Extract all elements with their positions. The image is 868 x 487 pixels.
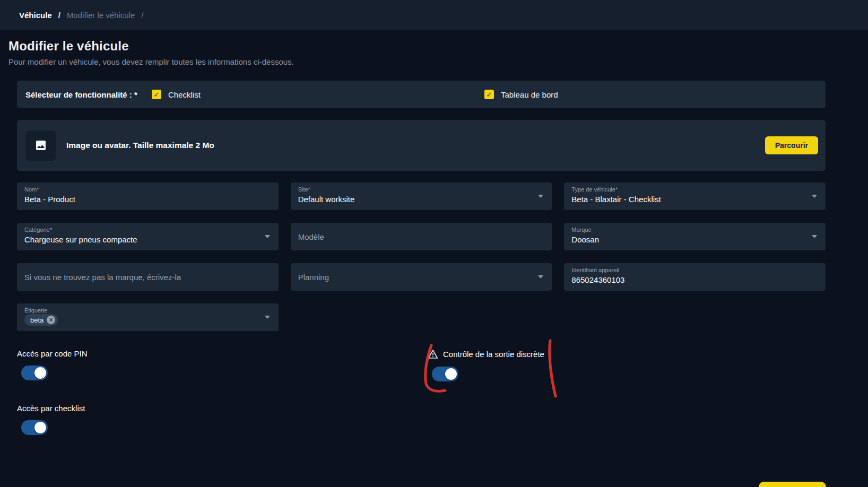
tag-chip-label: beta: [30, 316, 44, 324]
tag-select[interactable]: Étiquette beta ✕: [17, 303, 279, 331]
discrete-output-text: Contrôle de la sortie discrète: [443, 350, 544, 359]
breadcrumb-vehicule[interactable]: Véhicule: [19, 11, 52, 20]
chevron-down-icon: [538, 195, 543, 198]
category-select[interactable]: Catégorie* Chargeuse sur pneus compacte: [17, 223, 279, 250]
checklist-access-toggle[interactable]: [21, 420, 48, 435]
site-select[interactable]: Site* Default worksite: [291, 182, 552, 210]
model-field[interactable]: Modèle: [291, 223, 552, 250]
field-label: Site*: [298, 186, 534, 193]
field-label: Nom*: [24, 186, 261, 193]
field-value: Beta - Blaxtair - Checklist: [571, 195, 808, 204]
custom-brand-field[interactable]: Si vous ne trouvez pas la marque, écrive…: [17, 263, 279, 291]
bottom-action-button[interactable]: [759, 482, 826, 487]
feature-option-checklist[interactable]: ✓ Checklist: [152, 90, 484, 99]
chevron-down-icon: [812, 235, 817, 238]
field-placeholder: Modèle: [298, 232, 324, 241]
field-value: Beta - Product: [24, 195, 261, 204]
remove-tag-icon[interactable]: ✕: [47, 316, 55, 324]
page-header: Modifier le véhicule Pour modifier un vé…: [0, 30, 868, 66]
browse-button[interactable]: Parcourir: [765, 136, 818, 154]
vehicle-type-select[interactable]: Type de véhicule* Beta - Blaxtair - Chec…: [564, 182, 826, 210]
breadcrumb-separator: /: [141, 11, 143, 20]
toggle-knob: [34, 367, 46, 379]
discrete-output-label: Contrôle de la sortie discrète: [428, 349, 544, 359]
checklist-access-group: Accès par checklist: [17, 404, 826, 435]
feature-option-tableau-de-bord[interactable]: ✓ Tableau de bord: [484, 90, 817, 99]
toggles-section: Accès par code PIN Contrôle de la sortie…: [17, 349, 826, 460]
field-value: 865024360103: [571, 275, 808, 284]
page-subtitle: Pour modifier un véhicule, vous devez re…: [8, 57, 860, 66]
feature-option-label: Tableau de bord: [501, 90, 558, 99]
checklist-access-label: Accès par checklist: [17, 404, 826, 413]
pin-access-toggle[interactable]: [21, 366, 48, 380]
field-placeholder: Si vous ne trouvez pas la marque, écrive…: [24, 273, 181, 282]
toggle-knob: [445, 368, 457, 380]
field-value: Chargeuse sur pneus compacte: [24, 235, 261, 244]
field-label: Catégorie*: [24, 227, 261, 233]
warning-icon: [428, 349, 438, 359]
field-label: Étiquette: [24, 307, 261, 314]
feature-selector-label: Sélecteur de fonctionnalité : *: [25, 90, 152, 99]
discrete-output-toggle[interactable]: [432, 367, 458, 381]
checkbox-checked-icon[interactable]: ✓: [484, 90, 494, 99]
image-icon: [34, 139, 47, 152]
field-placeholder: Planning: [298, 273, 329, 282]
breadcrumb-separator: /: [58, 11, 60, 20]
page-title: Modifier le véhicule: [8, 39, 860, 54]
device-id-field[interactable]: Identifiant appareil 865024360103: [564, 263, 826, 291]
image-placeholder: [25, 131, 56, 161]
checkbox-checked-icon[interactable]: ✓: [152, 90, 161, 99]
breadcrumb: Véhicule / Modifier le véhicule /: [0, 0, 868, 30]
name-field[interactable]: Nom* Beta - Product: [17, 182, 279, 210]
vehicle-form-grid: Nom* Beta - Product Site* Default worksi…: [17, 182, 826, 331]
chevron-down-icon: [538, 275, 543, 279]
field-value: Doosan: [571, 235, 808, 244]
field-label: Identifiant appareil: [571, 267, 808, 273]
image-upload-panel: Image ou avatar. Taille maximale 2 Mo Pa…: [17, 120, 826, 171]
brand-select[interactable]: Marque Doosan: [564, 223, 826, 250]
field-label: Type de véhicule*: [571, 186, 808, 193]
planning-select[interactable]: Planning: [291, 263, 552, 291]
discrete-output-group: Contrôle de la sortie discrète: [428, 349, 544, 381]
pin-access-group: Accès par code PIN: [17, 349, 826, 380]
chevron-down-icon: [812, 195, 817, 198]
feature-option-label: Checklist: [168, 90, 201, 99]
field-label: Marque: [571, 227, 808, 233]
image-upload-hint: Image ou avatar. Taille maximale 2 Mo: [66, 141, 214, 150]
feature-selector-panel: Sélecteur de fonctionnalité : * ✓ Checkl…: [17, 81, 826, 108]
chevron-down-icon: [265, 235, 270, 238]
form-content: Sélecteur de fonctionnalité : * ✓ Checkl…: [17, 81, 826, 460]
field-value: Default worksite: [298, 195, 534, 204]
toggle-knob: [34, 422, 46, 433]
tag-chip: beta ✕: [24, 314, 58, 326]
breadcrumb-modifier[interactable]: Modifier le véhicule: [67, 11, 135, 20]
pin-access-label: Accès par code PIN: [17, 349, 826, 358]
chevron-down-icon: [265, 316, 270, 319]
